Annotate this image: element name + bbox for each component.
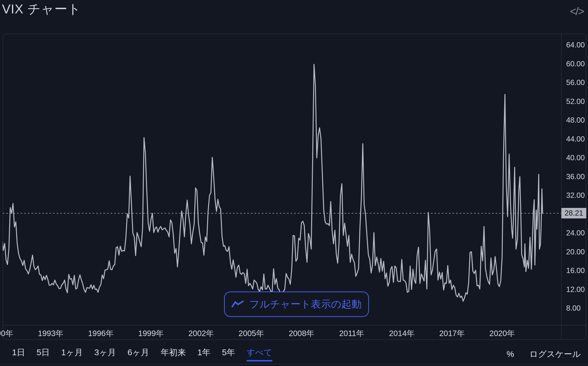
range-button-2[interactable]: 1ヶ月 [61,347,83,361]
line-chart-zigzag-icon [231,300,244,308]
x-axis-tick: 2017年 [433,329,471,338]
y-axis-tick: 16.00 [566,266,588,275]
range-button-0[interactable]: 1日 [12,347,25,361]
y-axis-tick: 40.00 [566,153,588,162]
range-button-3[interactable]: 3ヶ月 [94,347,116,361]
y-axis-tick: 64.00 [566,41,588,49]
vix-chart-widget: VIX チャート </> 64.0060.0056.0052.0048.0044… [0,0,588,366]
y-axis-tick: 24.00 [566,229,588,237]
range-button-6[interactable]: 1年 [198,347,210,361]
x-axis-tick: 1993年 [32,329,70,338]
y-axis-tick: 12.00 [566,285,588,294]
x-axis-tick: 2008年 [282,329,321,338]
range-button-4[interactable]: 6ヶ月 [128,347,149,361]
y-axis-tick: 20.00 [566,248,588,256]
chart-toolbar: 1日5日1ヶ月3ヶ月6ヶ月年初来1年5年すべて %ログスケール [12,345,581,363]
y-axis-tick: 44.00 [566,135,588,144]
y-axis-tick: 60.00 [566,60,588,68]
y-axis-tick: 32.00 [566,191,588,200]
x-axis-tick: 1996年 [82,329,120,338]
y-axis-tick: 8.00 [566,304,588,313]
y-axis-tick: 36.00 [566,172,588,181]
range-button-5[interactable]: 年初来 [161,347,186,361]
launch-full-chart-button[interactable]: フルチャート表示の起動 [224,291,369,317]
y-axis-separator [561,34,562,340]
vix-series-line [0,64,543,301]
y-axis-tick: 56.00 [566,78,588,87]
x-axis-separator [3,325,586,326]
range-button-8[interactable]: すべて [247,347,272,361]
percent-scale-button[interactable]: % [507,349,514,359]
bottom-divider [0,364,588,364]
x-axis-tick: 2002年 [182,329,220,338]
x-axis-tick: 2005年 [232,329,270,338]
y-axis-tick: 48.00 [566,116,588,125]
range-button-7[interactable]: 5年 [222,347,235,361]
x-axis-tick: 2014年 [383,329,421,338]
y-axis-tick: 52.00 [566,97,588,106]
range-selector: 1日5日1ヶ月3ヶ月6ヶ月年初来1年5年すべて [12,347,272,361]
log-scale-button[interactable]: ログスケール [529,349,581,360]
x-axis-tick: 1999年 [132,329,170,338]
range-button-1[interactable]: 5日 [36,347,49,361]
scale-toggles: %ログスケール [507,349,581,360]
launch-full-chart-label: フルチャート表示の起動 [249,297,362,311]
x-axis-tick: 1990年 [0,329,20,338]
x-axis-tick: 2020年 [483,329,521,338]
x-axis-tick: 2011年 [333,329,371,338]
current-value-label: 28.21 [561,208,586,218]
